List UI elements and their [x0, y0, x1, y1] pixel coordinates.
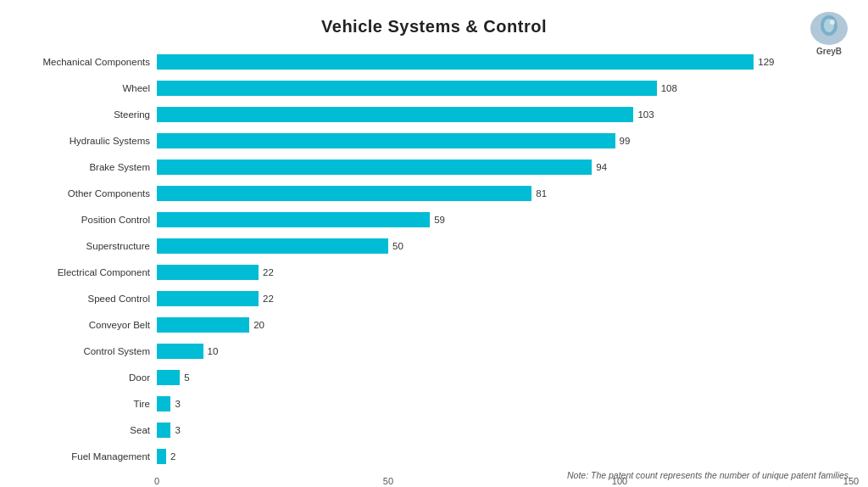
bar-value: 50 — [392, 238, 403, 254]
bar-label: Fuel Management — [17, 451, 157, 462]
bar-track: 94 — [157, 160, 851, 175]
bar-value: 108 — [661, 81, 677, 96]
bar-track: 2 — [157, 449, 851, 464]
bar-value: 129 — [758, 54, 774, 70]
bar-row: Wheel108 — [17, 76, 851, 100]
bar-fill — [157, 186, 531, 201]
chart-container: Vehicle Systems & Control GreyB Mechanic… — [0, 0, 868, 487]
bar-fill — [157, 396, 170, 411]
bar-fill — [157, 370, 180, 385]
bar-fill — [157, 107, 633, 122]
bar-label: Electrical Component — [17, 267, 157, 277]
bar-label: Seat — [17, 425, 157, 435]
bar-label: Other Components — [17, 188, 157, 199]
bar-fill — [157, 160, 592, 175]
bar-row: Door5 — [17, 366, 851, 389]
bar-label: Speed Control — [17, 294, 157, 304]
bar-label: Tire — [17, 399, 157, 409]
x-tick: 50 — [383, 476, 393, 486]
bar-fill — [157, 317, 249, 333]
bar-value: 2 — [170, 449, 175, 464]
bar-track: 3 — [157, 396, 851, 411]
bar-label: Mechanical Components — [17, 57, 157, 67]
bar-fill — [157, 212, 430, 227]
bar-track: 20 — [157, 317, 851, 333]
bar-row: Brake System94 — [17, 155, 851, 179]
bar-row: Control System10 — [17, 339, 851, 363]
bar-value: 94 — [596, 160, 607, 175]
bar-row: Position Control59 — [17, 208, 851, 232]
svg-point-2 — [830, 20, 835, 25]
bar-value: 99 — [620, 133, 631, 148]
bar-row: Tire3 — [17, 392, 851, 416]
bar-row: Superstructure50 — [17, 234, 851, 258]
bar-label: Position Control — [17, 215, 157, 225]
chart-area: Mechanical Components129Wheel108Steering… — [17, 50, 851, 435]
bar-track: 22 — [157, 265, 851, 280]
bar-row: Hydraulic Systems99 — [17, 129, 851, 153]
bar-label: Hydraulic Systems — [17, 136, 157, 146]
bar-track: 81 — [157, 186, 851, 201]
bar-label: Control System — [17, 346, 157, 356]
bar-track: 108 — [157, 81, 851, 96]
bar-value: 59 — [434, 212, 445, 227]
bar-label: Brake System — [17, 162, 157, 172]
bar-value: 22 — [263, 265, 274, 280]
bar-track: 99 — [157, 133, 851, 148]
bar-fill — [157, 449, 166, 464]
bar-row: Speed Control22 — [17, 287, 851, 311]
bar-track: 22 — [157, 291, 851, 306]
bar-row: Mechanical Components129 — [17, 50, 851, 74]
bar-track: 10 — [157, 344, 851, 359]
bar-row: Seat3 — [17, 418, 851, 442]
bar-value: 22 — [263, 291, 274, 306]
bar-fill — [157, 265, 259, 280]
bar-fill — [157, 423, 170, 438]
bar-track: 3 — [157, 423, 851, 438]
bar-row: Steering103 — [17, 103, 851, 126]
bar-track: 5 — [157, 370, 851, 385]
bar-fill — [157, 238, 388, 254]
bar-value: 81 — [536, 186, 547, 201]
bar-row: Electrical Component22 — [17, 260, 851, 284]
bar-fill — [157, 344, 203, 359]
bar-fill — [157, 54, 754, 70]
bar-label: Wheel — [17, 83, 157, 93]
bar-row: Conveyor Belt20 — [17, 313, 851, 337]
bar-track: 50 — [157, 238, 851, 254]
x-tick: 0 — [154, 476, 159, 486]
bar-value: 10 — [208, 344, 219, 359]
logo-circle — [810, 12, 848, 45]
chart-title: Vehicle Systems & Control — [17, 17, 851, 36]
bar-label: Steering — [17, 109, 157, 120]
bar-label: Door — [17, 372, 157, 383]
bar-fill — [157, 291, 259, 306]
bar-label: Superstructure — [17, 241, 157, 251]
bar-value: 3 — [175, 423, 180, 438]
bars-section: Mechanical Components129Wheel108Steering… — [17, 50, 851, 471]
bar-fill — [157, 133, 615, 148]
bar-value: 5 — [184, 370, 189, 385]
note: Note: The patent count represents the nu… — [567, 470, 851, 480]
bar-row: Other Components81 — [17, 182, 851, 205]
bar-row: Fuel Management2 — [17, 445, 851, 468]
bar-track: 103 — [157, 107, 851, 122]
bar-value: 103 — [637, 107, 654, 122]
bar-track: 59 — [157, 212, 851, 227]
bar-track: 129 — [157, 54, 851, 70]
bar-value: 3 — [175, 396, 180, 411]
bar-value: 20 — [253, 317, 264, 333]
bar-label: Conveyor Belt — [17, 320, 157, 330]
bar-fill — [157, 81, 657, 96]
